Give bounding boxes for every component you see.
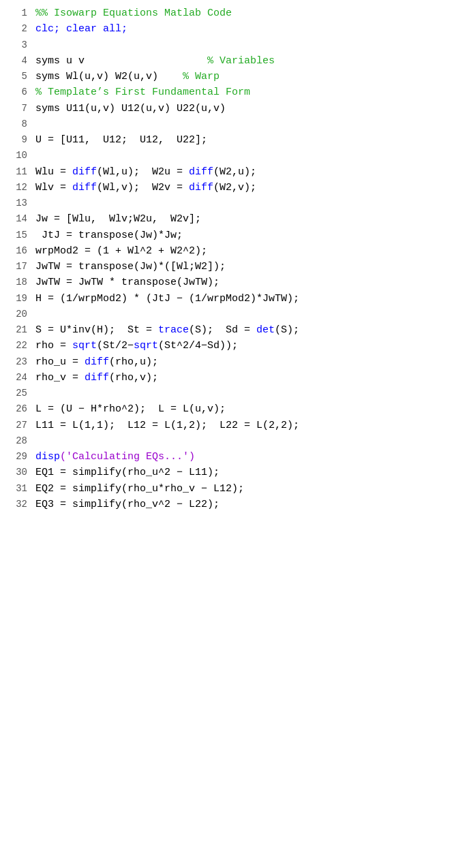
line-number: 25 bbox=[8, 386, 27, 401]
code-line: 25 bbox=[8, 386, 459, 401]
code-segment: (St^2/4−Sd)); bbox=[158, 340, 238, 352]
code-line: 21S = U*inv(H); St = trace(S); Sd = det(… bbox=[8, 322, 459, 338]
code-segment: (W2,v); bbox=[213, 182, 256, 193]
code-segment: (Wl,u); W2u = bbox=[97, 166, 189, 178]
code-segment: EQ3 = simplify(rho_v^2 − L22); bbox=[35, 499, 220, 510]
code-segment: % Warp bbox=[183, 71, 220, 82]
code-line: 15 JtJ = transpose(Jw)*Jw; bbox=[8, 228, 459, 243]
line-number: 9 bbox=[8, 133, 27, 148]
code-line: 23rho_u = diff(rho,u); bbox=[8, 354, 459, 370]
code-line: 7syms U11(u,v) U12(u,v) U22(u,v) bbox=[8, 101, 459, 117]
line-content: JtJ = transpose(Jw)*Jw; bbox=[35, 228, 459, 243]
line-content: H = (1/wrpMod2) * (JtJ − (1/wrpMod2)*JwT… bbox=[35, 291, 459, 307]
code-segment: EQ1 = simplify(rho_u^2 − L11); bbox=[35, 467, 220, 478]
line-number: 6 bbox=[8, 85, 27, 100]
code-line: 14Jw = [Wlu, Wlv;W2u, W2v]; bbox=[8, 211, 459, 227]
code-segment: trace bbox=[158, 324, 189, 336]
code-segment: (S); bbox=[275, 324, 299, 336]
line-number: 20 bbox=[8, 307, 27, 322]
line-number: 21 bbox=[8, 323, 27, 338]
line-content: EQ1 = simplify(rho_u^2 − L11); bbox=[35, 465, 459, 480]
line-content: rho_u = diff(rho,u); bbox=[35, 354, 459, 370]
code-segment: diff bbox=[189, 182, 213, 193]
line-number: 2 bbox=[8, 22, 27, 37]
code-line: 8 bbox=[8, 117, 459, 132]
code-segment: all; bbox=[97, 23, 127, 35]
code-line: 11Wlu = diff(Wl,u); W2u = diff(W2,u); bbox=[8, 164, 459, 180]
code-segment: S = U*inv(H); St = bbox=[35, 324, 158, 336]
code-line: 20 bbox=[8, 307, 459, 322]
code-segment: det bbox=[256, 324, 275, 336]
line-number: 26 bbox=[8, 402, 27, 417]
line-content: Wlu = diff(Wl,u); W2u = diff(W2,u); bbox=[35, 164, 459, 180]
line-number: 4 bbox=[8, 54, 27, 69]
line-number: 31 bbox=[8, 482, 27, 497]
line-content: EQ2 = simplify(rho_u*rho_v − L12); bbox=[35, 481, 459, 497]
line-number: 29 bbox=[8, 450, 27, 465]
code-segment: diff bbox=[72, 166, 97, 178]
line-content bbox=[35, 148, 459, 164]
code-segment: (rho,u); bbox=[109, 356, 158, 368]
code-segment: diff bbox=[85, 372, 109, 384]
line-content: %% Isowarp Equations Matlab Code bbox=[35, 5, 459, 21]
code-segment: diff bbox=[189, 166, 213, 178]
code-line: 13 bbox=[8, 196, 459, 211]
line-number: 18 bbox=[8, 275, 27, 290]
code-block: 1%% Isowarp Equations Matlab Code2clc; c… bbox=[8, 5, 459, 512]
line-number: 7 bbox=[8, 102, 27, 117]
line-content: EQ3 = simplify(rho_v^2 − L22); bbox=[35, 497, 459, 512]
code-line: 9U = [U11, U12; U12, U22]; bbox=[8, 132, 459, 148]
line-number: 15 bbox=[8, 228, 27, 243]
code-line: 18JwTW = JwTW * transpose(JwTW); bbox=[8, 275, 459, 290]
line-content: JwTW = JwTW * transpose(JwTW); bbox=[35, 275, 459, 290]
line-content bbox=[35, 117, 459, 132]
code-line: 30EQ1 = simplify(rho_u^2 − L11); bbox=[8, 465, 459, 480]
code-line: 32EQ3 = simplify(rho_v^2 − L22); bbox=[8, 497, 459, 512]
line-number: 24 bbox=[8, 371, 27, 386]
line-number: 22 bbox=[8, 339, 27, 354]
code-segment: JtJ = transpose(Jw)*Jw; bbox=[35, 230, 183, 241]
code-segment: (rho,v); bbox=[109, 372, 158, 384]
line-number: 8 bbox=[8, 117, 27, 132]
code-line: 29disp('Calculating EQs...') bbox=[8, 449, 459, 465]
code-segment: % Variables bbox=[207, 55, 275, 67]
code-line: 3 bbox=[8, 37, 459, 53]
code-segment: Jw = [Wlu, Wlv;W2u, W2v]; bbox=[35, 213, 201, 225]
line-number: 27 bbox=[8, 418, 27, 433]
line-number: 13 bbox=[8, 196, 27, 211]
code-segment: (W2,u); bbox=[213, 166, 256, 178]
code-line: 6% Template’s First Fundamental Form bbox=[8, 84, 459, 100]
code-segment: wrpMod2 = (1 + Wl^2 + W2^2); bbox=[35, 245, 207, 257]
code-line: 19H = (1/wrpMod2) * (JtJ − (1/wrpMod2)*J… bbox=[8, 291, 459, 307]
code-line: 27L11 = L(1,1); L12 = L(1,2); L22 = L(2,… bbox=[8, 418, 459, 433]
line-content: L = (U − H*rho^2); L = L(u,v); bbox=[35, 401, 459, 417]
code-segment: (St/2− bbox=[97, 340, 134, 352]
code-segment: Wlv = bbox=[35, 182, 72, 193]
code-segment: (Wl,v); W2v = bbox=[97, 182, 189, 193]
code-line: 2clc; clear all; bbox=[8, 21, 459, 37]
code-segment: rho_v = bbox=[35, 372, 85, 384]
code-line: 16wrpMod2 = (1 + Wl^2 + W2^2); bbox=[8, 243, 459, 259]
code-segment: L = (U − H*rho^2); L = L(u,v); bbox=[35, 403, 226, 415]
line-content: syms Wl(u,v) W2(u,v) % Warp bbox=[35, 69, 459, 84]
line-number: 28 bbox=[8, 434, 27, 449]
line-number: 11 bbox=[8, 165, 27, 180]
line-content: syms u v % Variables bbox=[35, 53, 459, 69]
line-content: syms U11(u,v) U12(u,v) U22(u,v) bbox=[35, 101, 459, 117]
line-number: 30 bbox=[8, 465, 27, 480]
line-content bbox=[35, 386, 459, 401]
code-line: 22rho = sqrt(St/2−sqrt(St^2/4−Sd)); bbox=[8, 338, 459, 354]
code-segment: % Template’s First Fundamental Form bbox=[35, 87, 250, 98]
code-segment: U = [U11, U12; U12, U22]; bbox=[35, 134, 207, 146]
line-number: 10 bbox=[8, 149, 27, 164]
code-segment: JwTW = JwTW * transpose(JwTW); bbox=[35, 277, 220, 288]
line-content bbox=[35, 307, 459, 322]
code-segment: sqrt bbox=[134, 340, 158, 352]
line-content: % Template’s First Fundamental Form bbox=[35, 84, 459, 100]
line-number: 32 bbox=[8, 497, 27, 512]
code-segment: rho = bbox=[35, 340, 72, 352]
code-line: 24rho_v = diff(rho,v); bbox=[8, 370, 459, 386]
code-line: 31EQ2 = simplify(rho_u*rho_v − L12); bbox=[8, 481, 459, 497]
line-content: L11 = L(1,1); L12 = L(1,2); L22 = L(2,2)… bbox=[35, 418, 459, 433]
line-number: 23 bbox=[8, 355, 27, 370]
